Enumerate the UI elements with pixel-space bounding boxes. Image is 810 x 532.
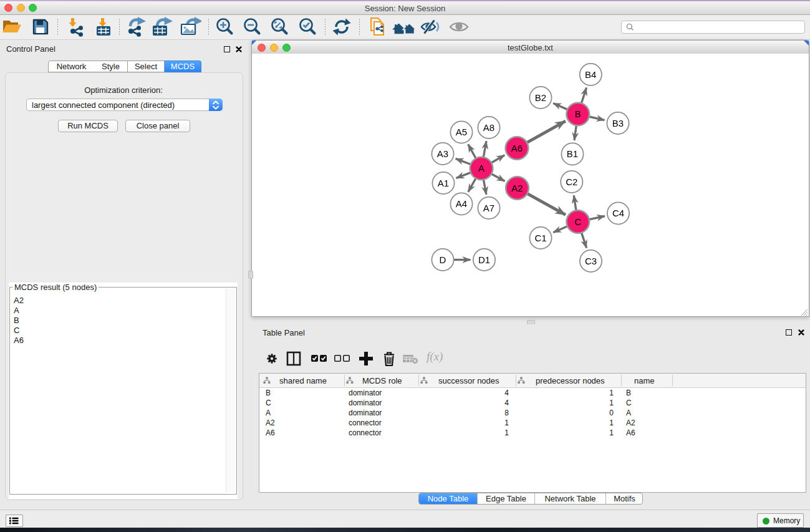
- svg-text:D1: D1: [478, 254, 490, 265]
- svg-text:A4: A4: [456, 198, 467, 209]
- svg-text:C3: C3: [585, 256, 597, 266]
- svg-text:C1: C1: [534, 233, 546, 243]
- svg-text:B1: B1: [567, 148, 578, 159]
- svg-text:C4: C4: [612, 208, 624, 218]
- svg-text:B2: B2: [535, 92, 546, 103]
- svg-text:A1: A1: [438, 178, 449, 188]
- svg-text:A3: A3: [437, 148, 448, 159]
- svg-text:A8: A8: [483, 122, 494, 133]
- svg-text:C2: C2: [566, 177, 577, 187]
- svg-text:D: D: [440, 254, 446, 265]
- svg-text:A7: A7: [483, 203, 494, 213]
- svg-text:B3: B3: [612, 118, 624, 128]
- svg-text:B: B: [575, 109, 581, 119]
- svg-text:A5: A5: [456, 127, 467, 137]
- svg-text:A6: A6: [511, 143, 523, 153]
- svg-text:C: C: [574, 216, 581, 227]
- svg-text:A: A: [478, 163, 485, 173]
- svg-text:B4: B4: [585, 69, 596, 80]
- svg-text:A2: A2: [511, 183, 523, 193]
